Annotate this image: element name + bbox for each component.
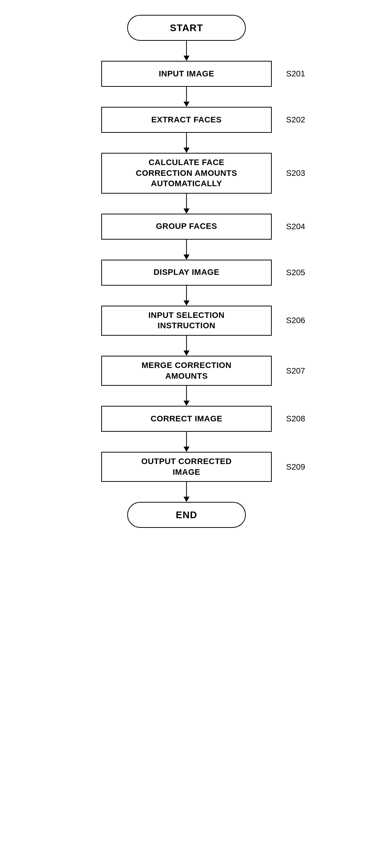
- s202-node: EXTRACT FACES: [101, 107, 272, 133]
- s209-label: S209: [286, 462, 305, 472]
- s202-wrapper: EXTRACT FACES S202: [38, 107, 335, 133]
- arrow-line-6: [186, 286, 187, 300]
- s204-label: S204: [286, 222, 305, 231]
- s206-label: S206: [286, 316, 305, 325]
- arrow-head-10: [184, 497, 189, 502]
- s201-wrapper: INPUT IMAGE S201: [38, 61, 335, 87]
- arrow-head-6: [184, 300, 189, 306]
- arrow-4: [38, 194, 335, 214]
- s201-label: S201: [286, 69, 305, 79]
- arrow-9: [38, 432, 335, 452]
- s209-node: OUTPUT CORRECTED IMAGE: [101, 452, 272, 482]
- arrow-1: [38, 41, 335, 61]
- s205-wrapper: DISPLAY IMAGE S205: [38, 260, 335, 286]
- s207-node: MERGE CORRECTION AMOUNTS: [101, 356, 272, 386]
- s205-label: S205: [286, 268, 305, 277]
- arrow-head-3: [184, 148, 189, 153]
- arrow-10: [38, 482, 335, 502]
- arrow-3: [38, 133, 335, 153]
- s208-wrapper: CORRECT IMAGE S208: [38, 406, 335, 432]
- arrow-line-8: [186, 386, 187, 401]
- s206-wrapper: INPUT SELECTION INSTRUCTION S206: [38, 306, 335, 336]
- arrow-line-4: [186, 194, 187, 208]
- arrow-head-9: [184, 447, 189, 452]
- arrow-line-9: [186, 432, 187, 447]
- s204-wrapper: GROUP FACES S204: [38, 214, 335, 240]
- s208-node: CORRECT IMAGE: [101, 406, 272, 432]
- s203-wrapper: CALCULATE FACE CORRECTION AMOUNTS AUTOMA…: [38, 153, 335, 194]
- s204-node: GROUP FACES: [101, 214, 272, 240]
- arrow-head-5: [184, 254, 189, 260]
- s202-label: S202: [286, 115, 305, 125]
- arrow-head-2: [184, 102, 189, 107]
- arrow-8: [38, 386, 335, 406]
- arrow-line-3: [186, 133, 187, 148]
- s203-node: CALCULATE FACE CORRECTION AMOUNTS AUTOMA…: [101, 153, 272, 194]
- arrow-head-1: [184, 56, 189, 61]
- arrow-7: [38, 336, 335, 356]
- end-node-wrapper: END: [38, 502, 335, 528]
- s208-label: S208: [286, 414, 305, 424]
- s205-node: DISPLAY IMAGE: [101, 260, 272, 286]
- arrow-head-8: [184, 401, 189, 406]
- arrow-line-10: [186, 482, 187, 497]
- arrow-5: [38, 240, 335, 260]
- arrow-line-2: [186, 87, 187, 102]
- s207-label: S207: [286, 366, 305, 376]
- s206-node: INPUT SELECTION INSTRUCTION: [101, 306, 272, 336]
- start-node-wrapper: START: [38, 15, 335, 41]
- arrow-line-5: [186, 240, 187, 254]
- flowchart: START INPUT IMAGE S201 EXTRACT FACES S20…: [38, 15, 335, 528]
- s209-wrapper: OUTPUT CORRECTED IMAGE S209: [38, 452, 335, 482]
- end-node: END: [127, 502, 246, 528]
- arrow-2: [38, 87, 335, 107]
- arrow-head-7: [184, 351, 189, 356]
- s201-node: INPUT IMAGE: [101, 61, 272, 87]
- arrow-line-1: [186, 41, 187, 56]
- s203-label: S203: [286, 168, 305, 178]
- arrow-line-7: [186, 336, 187, 351]
- arrow-6: [38, 286, 335, 306]
- arrow-head-4: [184, 208, 189, 214]
- start-node: START: [127, 15, 246, 41]
- s207-wrapper: MERGE CORRECTION AMOUNTS S207: [38, 356, 335, 386]
